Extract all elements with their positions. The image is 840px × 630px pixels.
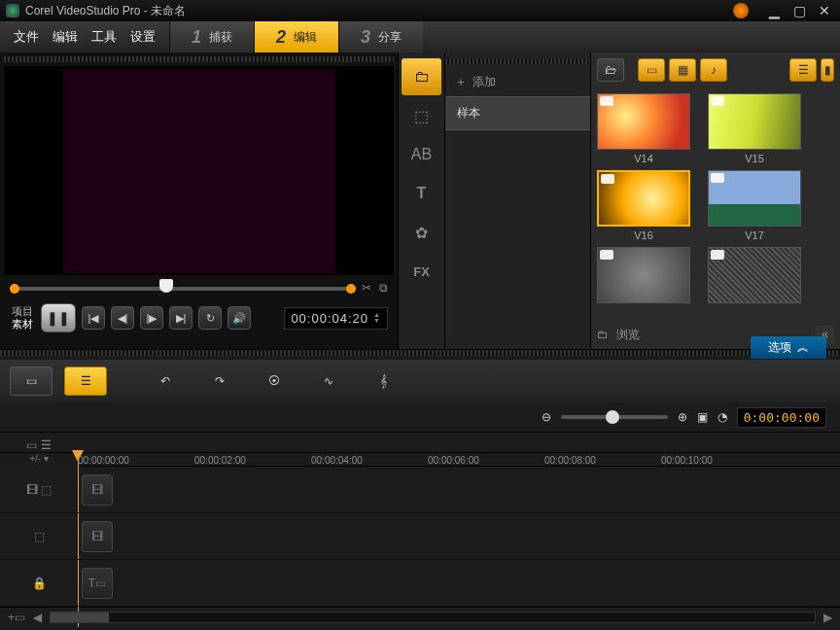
timeline-timecode[interactable]: 0:00:00:00 <box>737 407 826 428</box>
preview-screen <box>4 66 394 275</box>
thumb-v16[interactable]: V16 <box>597 170 690 241</box>
browse-icon[interactable]: 🗀 <box>597 328 609 341</box>
go-start-button[interactable]: |◀ <box>82 306 105 330</box>
play-pause-button[interactable]: ❚❚ <box>41 303 76 332</box>
thumbnail-grid: V14 V15 V16 V17 <box>591 88 840 320</box>
prev-frame-button[interactable]: ◀| <box>111 306 134 330</box>
go-end-button[interactable]: ▶| <box>169 306 192 330</box>
library-panel: 🗀 ⬚ AB T ✿ FX ＋添加 样本 🗁 ▭ ▦ ♪ ☰ ▮ <box>399 52 840 349</box>
video-track-icon: 🎞 <box>82 474 113 506</box>
step-edit[interactable]: 2编辑 <box>254 21 338 52</box>
libtab-graphic[interactable]: T <box>399 175 444 212</box>
libtab-fx[interactable]: FX <box>399 253 444 290</box>
timeline-view-button[interactable]: ☰ <box>64 367 107 396</box>
video-badge-icon <box>711 96 724 106</box>
video-badge-icon <box>711 173 724 183</box>
timeline-scrollbar[interactable] <box>50 612 816 623</box>
track-overlay[interactable]: 🎞 <box>78 513 840 560</box>
timeline-panel: ▭ ☰ ↶ ↷ ⦿ ∿ 𝄞 ⊖ ⊕ ▣ ◔ 0:00:00:00 ▭ ☰ 00:… <box>0 349 840 630</box>
thumb-v14[interactable]: V14 <box>597 93 690 164</box>
audio-mixer-button[interactable]: ∿ <box>307 367 350 396</box>
libtab-filter[interactable]: ✿ <box>399 214 444 251</box>
filter-video-button[interactable]: ▭ <box>638 58 665 82</box>
libtab-media[interactable]: 🗀 <box>402 58 441 95</box>
volume-button[interactable]: 🔊 <box>228 306 251 330</box>
track-title[interactable]: T▭ <box>78 560 840 607</box>
scroll-right-icon[interactable]: ▶ <box>823 611 832 624</box>
panel-grip[interactable] <box>4 56 394 62</box>
menu-tools[interactable]: 工具 <box>91 28 117 46</box>
project-duration-icon[interactable]: ◔ <box>718 410 727 424</box>
browse-label[interactable]: 浏览 <box>616 327 640 343</box>
zoom-slider[interactable] <box>561 415 668 419</box>
open-folder-button[interactable]: 🗁 <box>597 58 624 82</box>
menu-edit[interactable]: 编辑 <box>52 28 78 46</box>
filter-audio-button[interactable]: ♪ <box>700 58 727 82</box>
track-head-overlay[interactable]: ⬚ <box>0 513 78 560</box>
video-badge-icon <box>600 250 613 260</box>
storyboard-view-button[interactable]: ▭ <box>10 367 52 396</box>
view-list-button[interactable]: ☰ <box>789 58 817 82</box>
scrub-bar[interactable] <box>4 278 362 299</box>
preview-panel: ✂ ⧉ 项目 素材 ❚❚ |◀ ◀| |▶ ▶| ↻ 🔊 00:00:04:20… <box>0 52 399 349</box>
add-folder-button[interactable]: ＋添加 <box>445 68 590 96</box>
zoom-out-icon[interactable]: ⊖ <box>542 410 551 424</box>
chevron-up-icon: ︽ <box>797 339 809 356</box>
libtab-title[interactable]: AB <box>399 136 444 173</box>
step-capture[interactable]: 1捕获 <box>169 21 254 52</box>
thumb-v17[interactable]: V17 <box>708 170 801 241</box>
minimize-button[interactable]: ▁ <box>764 3 784 18</box>
folder-sample[interactable]: 样本 <box>445 96 590 130</box>
video-badge-icon <box>711 250 724 260</box>
thumb-extra1[interactable] <box>597 247 690 306</box>
fit-project-icon[interactable]: ▣ <box>697 410 708 424</box>
overlay-track-icon: 🎞 <box>82 521 113 552</box>
ruler-view2-icon[interactable]: ☰ <box>41 438 52 452</box>
grab-snapshot-icon[interactable]: ⧉ <box>379 281 388 295</box>
menu-bar: 文件 编辑 工具 设置 1捕获 2编辑 3分享 <box>0 21 840 52</box>
menu-file[interactable]: 文件 <box>14 28 39 46</box>
video-badge-icon <box>601 174 614 184</box>
track-video[interactable]: 🎞 <box>78 467 840 513</box>
thumb-v15[interactable]: V15 <box>708 93 801 164</box>
panel-grip[interactable] <box>445 58 590 64</box>
auto-music-button[interactable]: 𝄞 <box>362 367 404 396</box>
title-bar: Corel VideoStudio Pro - 未命名 ▁ ▢ ✕ <box>0 0 840 21</box>
thumb-extra2[interactable] <box>708 247 801 306</box>
next-frame-button[interactable]: |▶ <box>140 306 163 330</box>
add-track-button[interactable]: +▭ <box>8 611 25 624</box>
track-head-title[interactable]: 🔒 <box>0 560 78 607</box>
filter-photo-button[interactable]: ▦ <box>669 58 696 82</box>
ruler-view1-icon[interactable]: ▭ <box>26 438 37 452</box>
app-icon <box>6 4 19 18</box>
step-share[interactable]: 3分享 <box>338 21 423 52</box>
view-more-button[interactable]: ▮ <box>821 58 834 82</box>
title-track-icon: T▭ <box>82 568 113 599</box>
maximize-button[interactable]: ▢ <box>789 3 809 18</box>
close-button[interactable]: ✕ <box>815 3 834 18</box>
corel-pinwheel-icon[interactable] <box>733 3 749 18</box>
scroll-left-icon[interactable]: ◀ <box>33 611 42 624</box>
panel-grip[interactable] <box>0 350 840 356</box>
track-head-video[interactable]: 🎞 ⬚ <box>0 467 78 513</box>
repeat-button[interactable]: ↻ <box>198 306 222 330</box>
plus-icon: ＋ <box>455 74 467 90</box>
preview-timecode[interactable]: 00:00:04:20 ▲▼ <box>284 307 388 330</box>
libtab-transition[interactable]: ⬚ <box>399 97 444 134</box>
zoom-in-icon[interactable]: ⊕ <box>678 410 687 424</box>
cut-clip-icon[interactable]: ✂ <box>362 281 371 295</box>
video-badge-icon <box>600 96 613 106</box>
scrub-handle[interactable] <box>159 279 173 293</box>
mode-selector[interactable]: 项目 素材 <box>10 305 35 331</box>
options-toggle[interactable]: 选项︽ <box>751 336 826 359</box>
menu-settings[interactable]: 设置 <box>130 28 156 46</box>
redo-button[interactable]: ↷ <box>198 367 241 396</box>
app-title: Corel VideoStudio Pro - 未命名 <box>25 3 186 19</box>
timecode-spinner-icon[interactable]: ▲▼ <box>373 312 381 324</box>
record-button[interactable]: ⦿ <box>253 367 296 396</box>
undo-button[interactable]: ↶ <box>144 367 187 396</box>
